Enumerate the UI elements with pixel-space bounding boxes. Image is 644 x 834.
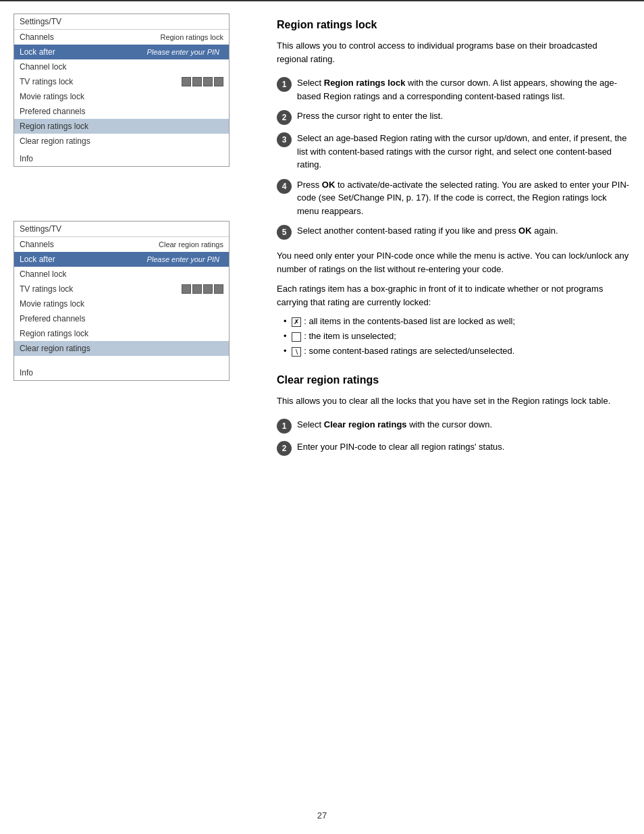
pin-box-8 [214, 284, 223, 294]
pin-box-7 [203, 284, 213, 294]
left-column: Settings/TV Channels Region ratings lock… [14, 14, 257, 820]
step-text-5: Select another content-based rating if y… [297, 224, 630, 238]
para1: You need only enter your PIN-code once w… [277, 249, 630, 276]
step2-1: 1 Select Clear region ratings with the c… [277, 418, 630, 434]
panel1-info: Info [14, 151, 229, 166]
menu-item-tv-ratings-1[interactable]: TV ratings lock [14, 74, 229, 89]
bullet-text-2: : the item is unselected; [291, 330, 396, 342]
partial-box-icon: ∖ [292, 347, 301, 357]
channels-label-2: Channels [20, 240, 159, 249]
section1-title: Region ratings lock [277, 19, 630, 31]
step2-text-1: Select Clear region ratings with the cur… [297, 418, 630, 432]
empty-box-icon [292, 332, 301, 342]
section2-intro: This allows you to clear all the locks t… [277, 394, 630, 408]
step-num-3: 3 [277, 132, 292, 147]
pin-box-6 [192, 284, 202, 294]
pin-placeholder-1: Please enter your PIN [142, 47, 223, 57]
pin-box-2 [192, 77, 202, 86]
menu-item-prefered-1[interactable]: Prefered channels [14, 104, 229, 119]
bullet-list-1: • ✗ : all items in the contents-based li… [277, 315, 630, 358]
channels-value-1: Region ratings lock [160, 33, 223, 41]
prefered-label-1: Prefered channels [20, 107, 223, 116]
menu-item-channels-1[interactable]: Channels Region ratings lock [14, 30, 229, 45]
step1-2: 2 Press the cursor right to enter the li… [277, 109, 630, 125]
section-clear-ratings: Clear region ratings This allows you to … [277, 374, 630, 457]
menu-item-prefered-2[interactable]: Prefered channels [14, 311, 229, 326]
step2-num-1: 1 [277, 419, 292, 434]
menu-item-lock-after-1[interactable]: Lock after Please enter your PIN [14, 45, 229, 59]
bullet-1: • ✗ : all items in the contents-based li… [284, 315, 630, 328]
step1-4: 4 Press OK to activate/de-activate the s… [277, 178, 630, 218]
movie-ratings-label-1: Movie ratings lock [20, 92, 223, 101]
menu-item-tv-ratings-2[interactable]: TV ratings lock [14, 282, 229, 296]
menu-item-clear-region-2[interactable]: Clear region ratings [14, 341, 229, 356]
menu-item-region-ratings-1[interactable]: Region ratings lock [14, 119, 229, 134]
right-column: Region ratings lock This allows you to c… [270, 14, 630, 820]
section2-title: Clear region ratings [277, 374, 630, 386]
section-region-ratings: Region ratings lock This allows you to c… [277, 19, 630, 358]
bullet-dot-3: • [284, 345, 287, 357]
step-num-4: 4 [277, 179, 292, 194]
prefered-label-2: Prefered channels [20, 314, 223, 323]
pin-placeholder-2: Please enter your PIN [142, 255, 223, 264]
tv-ratings-label-1: TV ratings lock [20, 77, 182, 86]
menu-item-region-ratings-2[interactable]: Region ratings lock [14, 326, 229, 341]
bullet-text-1: ✗ : all items in the contents-based list… [291, 315, 515, 328]
settings-panel-2: Settings/TV Channels Clear region rating… [14, 221, 230, 381]
channel-lock-label-2: Channel lock [20, 269, 223, 279]
step-text-4: Press OK to activate/de-activate the sel… [297, 178, 630, 218]
section2-steps: 1 Select Clear region ratings with the c… [277, 418, 630, 456]
step-num-1: 1 [277, 77, 292, 92]
menu-item-channels-2[interactable]: Channels Clear region ratings [14, 237, 229, 252]
menu-item-movie-ratings-2[interactable]: Movie ratings lock [14, 296, 229, 311]
menu-item-channel-lock-1[interactable]: Channel lock [14, 59, 229, 74]
menu-item-lock-after-2[interactable]: Lock after Please enter your PIN [14, 252, 229, 267]
step2-text-2: Enter your PIN-code to clear all region … [297, 440, 630, 454]
pin-box-3 [203, 77, 213, 86]
step-text-3: Select an age-based Region rating with t… [297, 132, 630, 172]
panel2-title: Settings/TV [14, 221, 229, 237]
step1-3: 3 Select an age-based Region rating with… [277, 132, 630, 172]
bullet-2: • : the item is unselected; [284, 330, 630, 342]
channels-value-2: Clear region ratings [159, 240, 223, 249]
bullet-dot-2: • [284, 330, 287, 342]
channels-label-1: Channels [20, 32, 160, 42]
step2-2: 2 Enter your PIN-code to clear all regio… [277, 440, 630, 456]
step-text-1: Select Region ratings lock with the curs… [297, 76, 630, 103]
pin-box-4 [214, 77, 223, 86]
lock-after-label-2: Lock after [20, 255, 142, 264]
section1-intro: This allows you to control access to ind… [277, 39, 630, 66]
pin-boxes-2 [182, 284, 223, 294]
checked-box-icon: ✗ [292, 317, 301, 327]
movie-ratings-label-2: Movie ratings lock [20, 299, 223, 309]
step-text-2: Press the cursor right to enter the list… [297, 109, 630, 123]
step-num-5: 5 [277, 225, 292, 240]
section1-steps: 1 Select Region ratings lock with the cu… [277, 76, 630, 240]
tv-ratings-label-2: TV ratings lock [20, 284, 182, 294]
para2: Each ratings item has a box-graphic in f… [277, 282, 630, 309]
panel2-info: Info [14, 365, 229, 380]
pin-boxes-1 [182, 77, 223, 86]
panel1-title: Settings/TV [14, 14, 229, 30]
pin-box-5 [182, 284, 191, 294]
bullet-3: • ∖ : some content-based ratings are sel… [284, 345, 630, 357]
clear-region-label-1: Clear region ratings [20, 136, 223, 146]
bullet-dot-1: • [284, 315, 287, 328]
region-ratings-label-1: Region ratings lock [20, 122, 223, 131]
settings-panel-1: Settings/TV Channels Region ratings lock… [14, 14, 230, 167]
channel-lock-label-1: Channel lock [20, 62, 223, 72]
lock-after-label-1: Lock after [20, 47, 142, 57]
step2-num-2: 2 [277, 441, 292, 456]
bullet-text-3: ∖ : some content-based ratings are selec… [291, 345, 515, 357]
step1-1: 1 Select Region ratings lock with the cu… [277, 76, 630, 103]
step-num-2: 2 [277, 110, 292, 125]
menu-item-clear-region-1[interactable]: Clear region ratings [14, 134, 229, 149]
region-ratings-label-2: Region ratings lock [20, 329, 223, 338]
page-number: 27 [317, 810, 327, 820]
clear-region-label-2: Clear region ratings [20, 344, 223, 353]
step1-5: 5 Select another content-based rating if… [277, 224, 630, 240]
menu-item-channel-lock-2[interactable]: Channel lock [14, 267, 229, 282]
menu-item-movie-ratings-1[interactable]: Movie ratings lock [14, 89, 229, 104]
pin-box-1 [182, 77, 191, 86]
